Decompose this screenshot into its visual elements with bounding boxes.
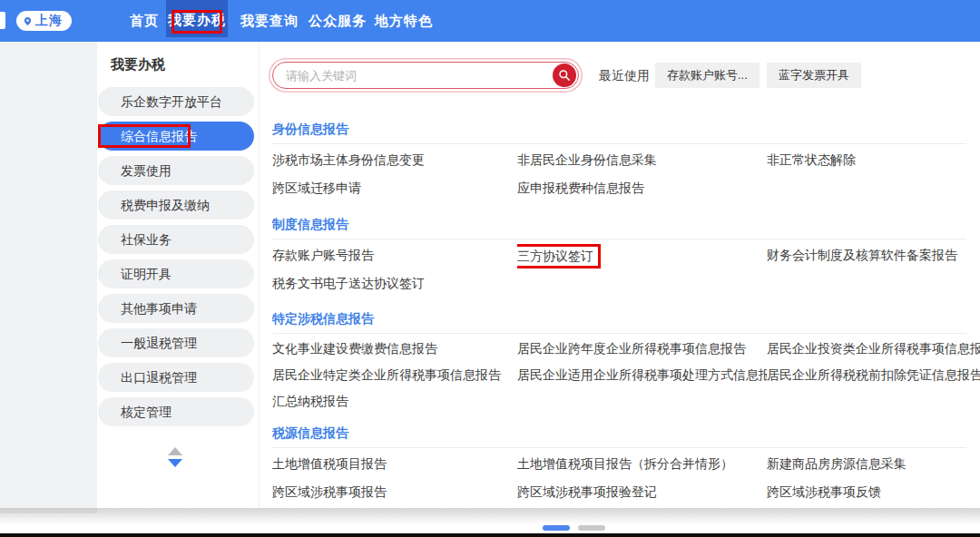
service-link[interactable]: 应申报税费种信息报告 (517, 174, 767, 202)
section-identity-info-report: 身份信息报告 涉税市场主体身份信息变更 非居民企业身份信息采集 非正常状态解除 … (272, 120, 980, 202)
service-link[interactable]: 居民企业投资类企业所得税事项信息报告 (767, 336, 980, 362)
search-input[interactable] (273, 63, 578, 88)
service-link (767, 174, 980, 202)
service-link (517, 269, 767, 298)
sidebar-item-general-tax-refund[interactable]: 一般退税管理 (98, 328, 254, 357)
service-link[interactable]: 居民企业适用企业所得税事项处理方式信息报... (517, 362, 767, 388)
service-link (517, 388, 767, 415)
search-icon (558, 69, 571, 82)
sidebar-item-comprehensive-info-report[interactable]: 综合信息报告 (98, 122, 254, 151)
service-link (767, 269, 980, 298)
location-label: 上海 (35, 13, 63, 29)
service-link (767, 388, 980, 415)
sidebar-item-tax-declaration-payment[interactable]: 税费申报及缴纳 (98, 190, 254, 220)
scroll-up-icon[interactable] (168, 447, 182, 455)
service-link[interactable]: 非居民企业身份信息采集 (517, 146, 767, 174)
sidebar-item-export-tax-refund[interactable]: 出口退税管理 (98, 363, 254, 392)
service-link[interactable]: 存款账户账号报告 (272, 241, 517, 269)
nav-inquiry[interactable]: 我要查询 (240, 0, 299, 42)
service-link[interactable]: 汇总纳税报告 (272, 388, 517, 415)
search-button[interactable] (553, 63, 576, 87)
service-link[interactable]: 居民企业特定类企业所得税事项信息报告 (272, 362, 517, 388)
sidebar-scroll-arrows (97, 447, 253, 467)
pagination-dot[interactable] (578, 525, 605, 531)
service-link[interactable]: 居民企业所得税税前扣除凭证信息报告 (767, 362, 980, 388)
service-link[interactable]: 财务会计制度及核算软件备案报告 (767, 241, 980, 269)
section-divider (272, 447, 966, 448)
sidebar-item-assessment-management[interactable]: 核定管理 (98, 397, 254, 426)
page-background-strip (0, 42, 97, 513)
service-link-tripartite-agreement[interactable]: 三方协议签订 (517, 241, 767, 269)
service-link[interactable]: 跨区域迁移申请 (272, 174, 517, 202)
section-divider (272, 333, 966, 334)
service-link[interactable]: 跨区域涉税事项反馈 (767, 478, 980, 506)
logo-fragment (0, 12, 5, 29)
annotation-box (172, 10, 222, 34)
service-link[interactable]: 土地增值税项目报告（拆分合并情形） (517, 450, 767, 478)
section-title: 税源信息报告 (272, 424, 980, 442)
sidebar-item-other-matters[interactable]: 其他事项申请 (98, 294, 254, 323)
section-title: 特定涉税信息报告 (272, 309, 980, 327)
sidebar-item-leqi-platform[interactable]: 乐企数字开放平台 (98, 87, 254, 116)
section-system-info-report: 制度信息报告 存款账户账号报告 三方协议签订 财务会计制度及核算软件备案报告 税… (272, 215, 980, 298)
service-link[interactable]: 跨区域涉税事项报验登记 (517, 478, 767, 506)
search-box (272, 62, 579, 89)
sidebar-item-social-security[interactable]: 社保业务 (98, 225, 254, 254)
annotation-box (98, 124, 191, 148)
recent-button-blue-invoice[interactable]: 蓝字发票开具 (767, 63, 861, 88)
section-specific-tax-info-report: 特定涉税信息报告 文化事业建设费缴费信息报告 居民企业跨年度企业所得税事项信息报… (272, 309, 980, 415)
section-title: 制度信息报告 (272, 215, 980, 233)
section-tax-source-info-report: 税源信息报告 土地增值税项目报告 土地增值税项目报告（拆分合并情形） 新建商品房… (272, 424, 980, 506)
top-nav-bar: 上海 首页 我要办税 我要查询 公众服务 地方特色 (0, 0, 980, 42)
content-area: 最近使用： 存款账户账号... 蓝字发票开具 身份信息报告 涉税市场主体身份信息… (259, 42, 980, 508)
nav-local-features[interactable]: 地方特色 (375, 0, 433, 42)
sidebar-item-invoice-use[interactable]: 发票使用 (98, 156, 254, 185)
service-link[interactable]: 跨区域涉税事项报告 (272, 478, 517, 506)
service-link[interactable]: 文化事业建设费缴费信息报告 (272, 336, 517, 362)
location-selector[interactable]: 上海 (16, 11, 72, 31)
service-link[interactable]: 居民企业跨年度企业所得税事项信息报告 (517, 336, 767, 362)
recent-button-deposit-account[interactable]: 存款账户账号... (655, 63, 760, 88)
scroll-down-icon[interactable] (168, 459, 182, 467)
nav-public-service[interactable]: 公众服务 (309, 0, 367, 42)
app-window: 上海 首页 我要办税 我要查询 公众服务 地方特色 我要办税 乐企数字开放平台 … (0, 0, 980, 537)
service-link[interactable]: 非正常状态解除 (767, 146, 980, 174)
sidebar-header: 我要办税 (111, 56, 165, 73)
location-pin-icon (23, 16, 33, 26)
section-title: 身份信息报告 (272, 120, 980, 138)
recent-used-label: 最近使用： (599, 62, 662, 89)
window-bottom-edge (0, 533, 980, 537)
sidebar-item-certificate-issuance[interactable]: 证明开具 (98, 259, 254, 288)
section-divider (272, 143, 966, 144)
service-link[interactable]: 涉税市场主体身份信息变更 (272, 146, 517, 174)
service-link[interactable]: 税务文书电子送达协议签订 (272, 269, 517, 298)
annotation-box[interactable]: 三方协议签订 (517, 244, 601, 268)
sidebar-menu: 乐企数字开放平台 综合信息报告 发票使用 税费申报及缴纳 社保业务 证明开具 其… (98, 87, 254, 432)
section-divider (272, 239, 966, 239)
nav-home[interactable]: 首页 (130, 0, 159, 42)
panel-bottom-shadow (0, 508, 980, 524)
nav-taxes-active[interactable]: 我要办税 (166, 0, 228, 37)
pagination-dot-active[interactable] (543, 525, 570, 531)
service-link[interactable]: 新建商品房房源信息采集 (767, 450, 980, 478)
service-link[interactable]: 土地增值税项目报告 (272, 450, 517, 478)
